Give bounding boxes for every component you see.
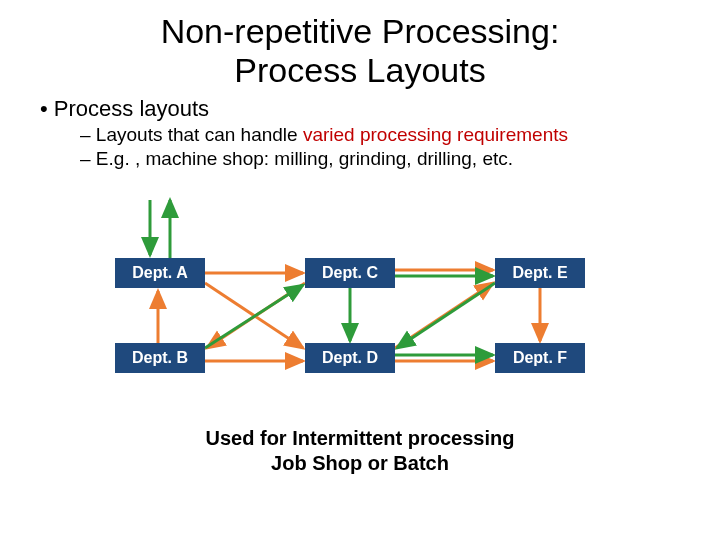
bullet2a-emphasis: varied processing requirements: [303, 124, 568, 145]
bullet-level2-b: E.g. , machine shop: milling, grinding, …: [80, 148, 720, 170]
caption: Used for Intermittent processing Job Sho…: [0, 426, 720, 476]
title-line-2: Process Layouts: [234, 51, 485, 89]
bullet2a-pre: Layouts that can handle: [96, 124, 303, 145]
slide-title: Non-repetitive Processing: Process Layou…: [40, 12, 680, 90]
caption-line-1: Used for Intermittent processing: [206, 427, 515, 449]
flow-arrows: [0, 188, 720, 418]
bullet-level2-a: Layouts that can handle varied processin…: [80, 124, 720, 146]
svg-line-15: [397, 283, 495, 348]
dept-c-box: Dept. C: [305, 258, 395, 288]
layout-diagram: Dept. A Dept. B Dept. C Dept. D Dept. E …: [0, 188, 720, 418]
bullet-level1: Process layouts: [40, 96, 720, 122]
title-line-1: Non-repetitive Processing:: [161, 12, 560, 50]
dept-f-box: Dept. F: [495, 343, 585, 373]
dept-a-box: Dept. A: [115, 258, 205, 288]
bullet2b-text: E.g. , machine shop: milling, grinding, …: [96, 148, 513, 169]
dept-b-box: Dept. B: [115, 343, 205, 373]
caption-line-2: Job Shop or Batch: [271, 452, 449, 474]
dept-d-box: Dept. D: [305, 343, 395, 373]
dept-e-box: Dept. E: [495, 258, 585, 288]
bullet1-text: Process layouts: [54, 96, 209, 121]
